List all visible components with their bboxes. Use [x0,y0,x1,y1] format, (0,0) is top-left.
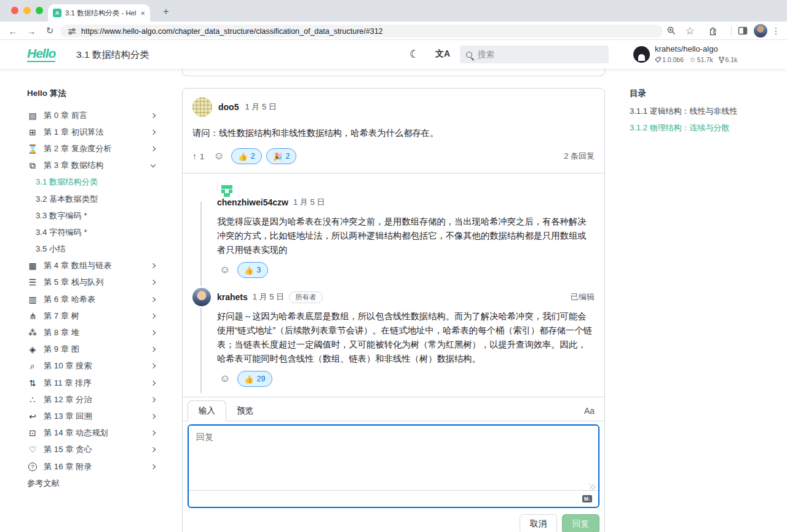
sidebar-item-ch5[interactable]: ☰第 5 章 栈与队列 [27,274,157,291]
avatar-krahets[interactable] [192,288,211,306]
avatar-doo5[interactable] [192,97,212,117]
sidebar-item-ch2[interactable]: ⌛第 2 章 复杂度分析 [27,140,157,157]
graph-icon: ◈ [27,344,38,354]
upvote-button[interactable]: ↑ 1 [192,151,204,161]
sidebar-item-3-1[interactable]: 3.1 数据结构分类 [27,174,157,191]
address-bar[interactable]: https://www.hello-algo.com/chapter_data_… [60,25,663,38]
sidebar-item-ch0[interactable]: ▤第 0 章 前言 [27,107,157,124]
sidebar-item-ch11[interactable]: ⇅第 11 章 排序 [27,375,157,391]
comment-reaction-row: ↑ 1 ☺ 👍 2 🎉 2 2 条回复 [183,140,604,173]
site-logo[interactable]: Hello [27,46,55,62]
add-reaction-smiley-icon[interactable]: ☺ [217,371,233,387]
sidebar-item-3-5[interactable]: 3.5 小结 [27,241,157,258]
sidebar-item-ch16[interactable]: ?第 16 章 附录 [27,458,157,475]
add-reaction-smiley-icon[interactable]: ☺ [211,148,227,164]
reply-textarea[interactable] [189,426,598,484]
page-title: 3.1 数据结构分类 [76,49,149,62]
bookmark-star-icon[interactable]: ☆ [682,23,697,38]
comment-author[interactable]: doo5 [218,102,239,112]
sidebar-item-3-2[interactable]: 3.2 基本数据类型 [27,191,157,207]
hash-table-icon: ▥ [27,295,38,304]
site-settings-icon[interactable] [68,27,76,36]
question-circle-icon: ? [28,463,37,471]
owner-badge: 所有者 [289,292,323,303]
add-reaction-smiley-icon[interactable]: ☺ [217,262,233,278]
browser-profile-avatar[interactable] [754,24,767,38]
sidebar-item-ch1[interactable]: ⊞第 1 章 初识算法 [27,124,157,140]
resize-handle[interactable] [590,484,596,490]
repo-forks: 6.1k [726,56,738,63]
sidebar-item-ch3[interactable]: ⧉第 3 章 数据结构 [27,157,157,174]
back-icon[interactable]: ← [5,22,21,40]
sidebar-item-ch7[interactable]: ⋔第 7 章 树 [27,308,157,324]
side-panel-icon[interactable] [735,23,750,38]
window-close-button[interactable] [11,7,18,14]
replies-count: 2 条回复 [564,151,595,162]
new-tab-button[interactable]: + [159,4,173,19]
sidebar-item-references[interactable]: 参考文献 [27,475,157,491]
reply-editor: M↓ [188,424,599,508]
zoom-icon[interactable] [664,23,679,38]
sidebar-title: Hello 算法 [27,85,157,101]
sidebar-item-ch13[interactable]: ↩第 13 章 回溯 [27,408,157,424]
chevron-right-icon [151,464,156,469]
github-repo-link[interactable]: krahets/hello-algo 1.0.0b6 ☆ 51.7k 6.1k [633,44,737,64]
browser-tab[interactable]: A 3.1 数据结构分类 - Hello 算法 × [48,4,150,22]
reply-date[interactable]: 1 月 5 日 [293,197,325,208]
reply-body: 我觉得应该是因为哈希表在没有冲突之前，是用数组存储的，当出现哈希冲突之后，有各种… [217,215,595,257]
site-search[interactable] [460,46,609,63]
translate-icon[interactable]: 文A [435,47,450,62]
reaction-party[interactable]: 🎉 2 [266,148,297,164]
sidebar-item-3-3[interactable]: 3.3 数字编码 * [27,207,157,224]
text-format-button[interactable]: Aa [584,406,599,421]
sidebar-item-ch10[interactable]: ⌕第 10 章 搜索 [27,358,157,375]
chevron-right-icon [151,130,156,135]
chevron-down-icon [151,162,156,167]
replies-section: chenzhiwei54czw 1 月 5 日 我觉得应该是因为哈希表在没有冲突… [183,173,604,393]
markdown-hint-icon[interactable]: M↓ [582,495,592,502]
sidebar-item-ch8[interactable]: ⁂第 8 章 堆 [27,324,157,341]
window-minimize-button[interactable] [23,7,31,14]
sidebar-item-ch4[interactable]: ▦第 4 章 数组与链表 [27,258,157,274]
sidebar-item-ch9[interactable]: ◈第 9 章 图 [27,341,157,358]
sidebar-item-ch14[interactable]: ⊡第 14 章 动态规划 [27,425,157,442]
comment-header: doo5 1 月 5 日 [183,89,604,117]
reaction-thumbsup[interactable]: 👍 3 [237,262,268,278]
window-zoom-button[interactable] [36,7,43,14]
reaction-thumbsup[interactable]: 👍 2 [231,148,262,164]
thumbsup-emoji: 👍 [238,152,248,161]
sidebar-item-ch12[interactable]: ∴第 12 章 分治 [27,391,157,408]
reply-author[interactable]: chenzhiwei54czw [217,197,288,207]
chevron-right-icon [151,314,156,319]
avatar-chenzhiwei54czw[interactable] [217,181,218,193]
reply-date[interactable]: 1 月 5 日 [253,292,284,303]
extensions-puzzle-icon[interactable] [706,23,721,38]
tree-icon: ⋔ [27,311,38,321]
reaction-thumbsup[interactable]: 👍 29 [237,371,272,387]
browser-menu-kebab-icon[interactable]: ⋮ [769,23,783,38]
site-favicon: A [53,9,61,17]
sidebar-item-3-4[interactable]: 3.4 字符编码 * [27,224,157,240]
refresh-icon[interactable]: ↻ [42,22,58,40]
theme-toggle-icon[interactable]: ☾ [409,47,419,62]
sidebar-item-ch6[interactable]: ▥第 6 章 哈希表 [27,291,157,308]
composer-tabs: 输入 预览 Aa [183,397,604,421]
toc-item-3-1-2[interactable]: 3.1.2 物理结构：连续与分散 [630,120,781,137]
tag-icon [655,57,661,63]
chevron-right-icon [151,113,156,117]
toc-item-3-1-1[interactable]: 3.1.1 逻辑结构：线性与非线性 [630,103,781,120]
chevron-right-icon [151,397,156,402]
sidebar-item-ch15[interactable]: ♡第 15 章 贪心 [27,442,157,458]
reply-submit-button[interactable]: 回复 [562,514,599,532]
cancel-button[interactable]: 取消 [520,514,557,532]
chevron-right-icon [151,263,156,268]
repo-stars: 51.7k [697,56,713,63]
tab-preview[interactable]: 预览 [226,401,264,421]
tab-close-icon[interactable]: × [140,9,145,17]
forward-icon[interactable]: → [23,22,39,40]
comment-date[interactable]: 1 月 5 日 [245,101,276,113]
reply-author[interactable]: krahets [217,292,248,302]
chevron-right-icon [151,280,156,285]
tab-write[interactable]: 输入 [188,400,226,421]
search-input[interactable] [478,50,588,59]
